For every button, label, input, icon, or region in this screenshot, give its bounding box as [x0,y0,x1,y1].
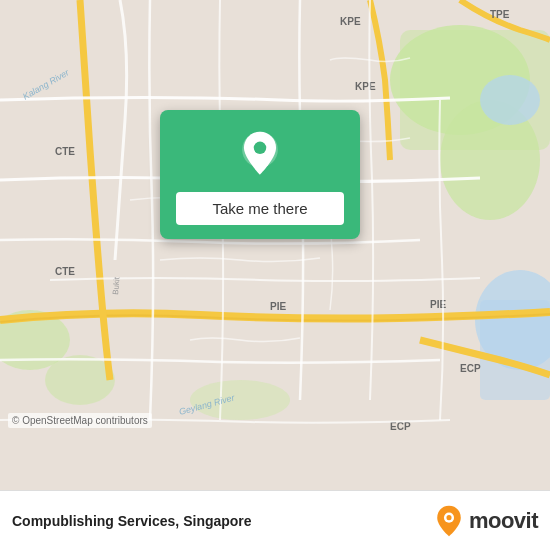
take-me-there-button[interactable]: Take me there [176,192,344,225]
svg-point-24 [254,142,267,155]
map-container: PIE PIE ECP ECP CTE CTE KPE KPE TPE [0,0,550,490]
svg-text:ECP: ECP [460,363,481,374]
location-card: Take me there [160,110,360,239]
osm-attribution: © OpenStreetMap contributors [8,413,152,428]
app: PIE PIE ECP ECP CTE CTE KPE KPE TPE [0,0,550,550]
svg-text:CTE: CTE [55,266,75,277]
bottom-bar: Compublishing Services, Singapore moovit [0,490,550,550]
svg-text:TPE: TPE [490,9,510,20]
location-pin-icon [235,130,285,180]
svg-text:KPE: KPE [340,16,361,27]
svg-point-26 [446,515,451,520]
moovit-icon [433,505,465,537]
svg-text:Bukit: Bukit [111,276,122,295]
moovit-logo: moovit [433,505,538,537]
svg-text:CTE: CTE [55,146,75,157]
moovit-text: moovit [469,508,538,534]
svg-text:KPE: KPE [355,81,376,92]
location-info: Compublishing Services, Singapore [12,513,252,529]
svg-text:PIE: PIE [270,301,286,312]
svg-point-9 [480,75,540,125]
location-name: Compublishing Services, Singapore [12,513,252,529]
